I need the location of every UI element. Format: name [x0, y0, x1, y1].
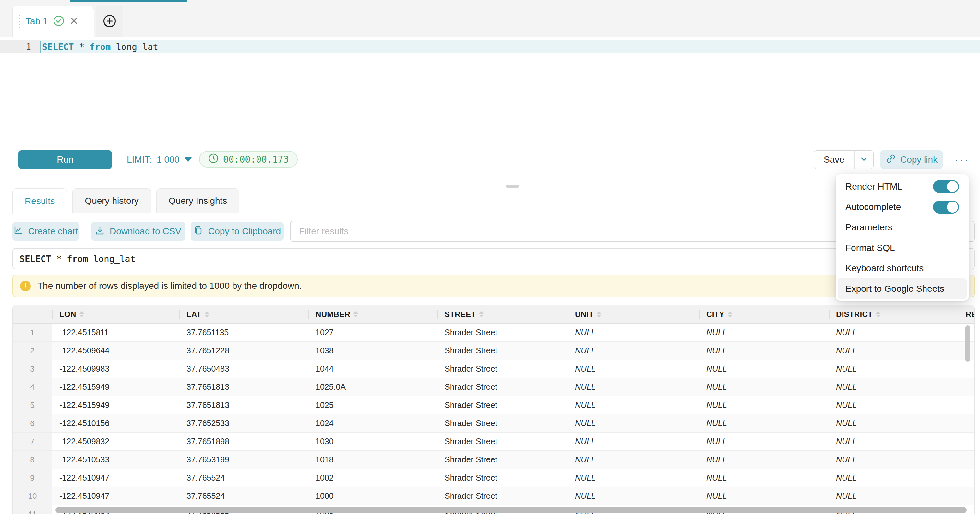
sort-icon[interactable] — [205, 311, 209, 318]
table-cell: 1025.0A — [309, 378, 438, 396]
line-number: 1 — [0, 42, 31, 52]
copy-clipboard-button[interactable]: Copy to Clipboard — [191, 222, 284, 241]
table-cell: NULL — [829, 342, 959, 359]
add-tab-button[interactable] — [96, 5, 123, 37]
loading-progress-bar — [70, 0, 187, 2]
query-tab[interactable]: Tab 1 — [12, 5, 94, 37]
table-cell: 1025 — [309, 396, 438, 414]
autocomplete-toggle[interactable] — [933, 201, 959, 214]
column-header-number[interactable]: NUMBER — [309, 305, 438, 323]
copy-link-button[interactable]: Copy link — [880, 150, 943, 169]
menu-item-label: Parameters — [845, 222, 892, 233]
table-row[interactable]: 10-122.451094737.7655241000Shrader Stree… — [13, 487, 975, 505]
sort-icon[interactable] — [80, 311, 84, 318]
limit-dropdown[interactable]: LIMIT: 1 000 — [127, 150, 192, 169]
menu-item-autocomplete[interactable]: Autocomplete — [838, 196, 967, 217]
menu-item-keyboard-shortcuts[interactable]: Keyboard shortcuts — [838, 258, 967, 278]
sort-icon[interactable] — [728, 311, 732, 318]
column-header-street[interactable]: STREET — [438, 305, 568, 323]
table-cell: NULL — [568, 451, 699, 469]
menu-item-label: Keyboard shortcuts — [845, 263, 924, 273]
sql-editor[interactable]: 1 SELECT * from long_lat — [0, 37, 980, 144]
table-cell: NULL — [568, 414, 699, 432]
table-cell — [959, 414, 975, 432]
table-cell: 1000 — [309, 487, 438, 505]
table-cell: NULL — [699, 324, 829, 342]
table-cell: 37.765524 — [179, 487, 309, 505]
results-tab-results[interactable]: Results — [12, 188, 67, 214]
editor-cursor — [40, 41, 41, 53]
table-row[interactable]: 4-122.451594937.76518131025.0AShrader St… — [13, 378, 975, 396]
column-header-unit[interactable]: UNIT — [568, 305, 699, 323]
table-cell: NULL — [699, 360, 829, 378]
table-cell: NULL — [699, 451, 829, 469]
download-icon — [95, 225, 105, 238]
table-cell: 37.7651228 — [179, 342, 309, 359]
tab-drag-handle-icon[interactable] — [19, 15, 21, 28]
row-number: 9 — [13, 469, 52, 487]
menu-item-export-to-google-sheets[interactable]: Export to Google Sheets — [838, 278, 967, 299]
render-html-toggle[interactable] — [933, 180, 959, 193]
table-cell: NULL — [699, 396, 829, 414]
sql-text: long_lat — [111, 42, 158, 52]
table-row[interactable]: 1-122.451581137.76511351027Shrader Stree… — [13, 324, 975, 342]
table-cell: NULL — [829, 487, 959, 505]
table-row[interactable]: 3-122.450998337.76504831044Shrader Stree… — [13, 360, 975, 378]
timer-value: 00:00:00.173 — [223, 154, 289, 165]
table-row[interactable]: 5-122.451594937.76518131025Shrader Stree… — [13, 396, 975, 414]
menu-item-render-html[interactable]: Render HTML — [838, 176, 967, 196]
sql-code-line: SELECT * from long_lat — [42, 42, 158, 52]
horizontal-scrollbar[interactable] — [56, 507, 967, 513]
table-cell: NULL — [829, 396, 959, 414]
table-cell: NULL — [568, 360, 699, 378]
table-row[interactable]: 9-122.451094737.7655241002Shrader Street… — [13, 469, 975, 487]
table-row[interactable]: 8-122.451053337.76531991018Shrader Stree… — [13, 451, 975, 469]
pane-resize-handle[interactable] — [506, 185, 519, 188]
table-cell — [959, 451, 975, 469]
more-options-button[interactable]: ··· — [950, 150, 975, 169]
column-header-lon[interactable]: LON — [52, 305, 179, 323]
column-header-district[interactable]: DISTRICT — [829, 305, 959, 323]
sort-icon[interactable] — [876, 311, 880, 318]
table-row[interactable]: 7-122.450983237.76518981030Shrader Stree… — [13, 433, 975, 451]
copy-clipboard-label: Copy to Clipboard — [208, 226, 281, 236]
column-header-re[interactable]: RE — [959, 305, 975, 323]
column-label: STREET — [445, 310, 476, 319]
limit-label: LIMIT: — [127, 155, 151, 165]
results-tab-query-history[interactable]: Query history — [72, 188, 151, 213]
table-cell: Shrader Street — [438, 451, 568, 469]
print-margin-line — [432, 37, 432, 144]
tab-close-icon[interactable] — [69, 16, 78, 27]
menu-item-parameters[interactable]: Parameters — [838, 217, 967, 238]
create-chart-button[interactable]: Create chart — [12, 222, 79, 241]
toggle-knob — [947, 201, 958, 212]
warning-text: The number of rows displayed is limited … — [37, 281, 302, 291]
save-options-button[interactable] — [854, 150, 873, 169]
sort-icon[interactable] — [479, 311, 484, 318]
save-button[interactable]: Save — [814, 150, 854, 169]
column-header-city[interactable]: CITY — [699, 305, 829, 323]
table-cell: -122.4510947 — [52, 469, 179, 487]
column-header-lat[interactable]: LAT — [179, 305, 309, 323]
table-cell: 1038 — [309, 342, 438, 359]
sort-icon[interactable] — [597, 311, 601, 318]
menu-item-format-sql[interactable]: Format SQL — [838, 238, 967, 258]
sql-keyword: from — [89, 42, 111, 52]
vertical-scrollbar[interactable] — [966, 326, 970, 362]
table-cell: NULL — [568, 378, 699, 396]
sql-text: * — [74, 42, 90, 52]
sort-icon[interactable] — [353, 311, 358, 318]
table-cell: NULL — [829, 324, 959, 342]
sql-text: * — [51, 254, 67, 264]
row-number: 11 — [13, 505, 52, 514]
table-cell: NULL — [568, 324, 699, 342]
run-button[interactable]: Run — [19, 150, 112, 169]
results-tab-query-insights[interactable]: Query Insights — [156, 188, 240, 213]
copy-link-label: Copy link — [900, 155, 937, 165]
table-cell: 37.7651898 — [179, 433, 309, 450]
table-cell: 37.7652533 — [179, 414, 309, 432]
download-csv-button[interactable]: Download to CSV — [91, 222, 185, 241]
row-number: 5 — [13, 396, 52, 414]
table-row[interactable]: 2-122.450964437.76512281038Shrader Stree… — [13, 342, 975, 360]
table-row[interactable]: 6-122.451015637.76525331024Shrader Stree… — [13, 414, 975, 433]
